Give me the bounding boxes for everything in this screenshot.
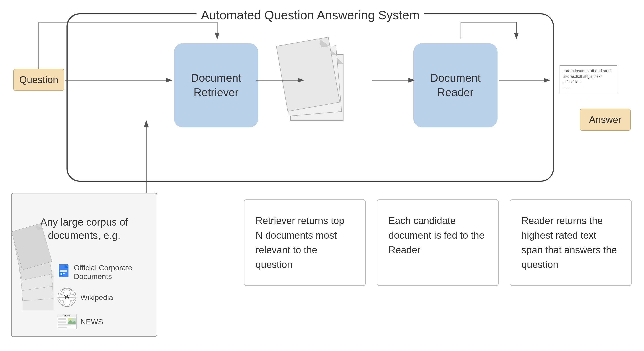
corpus-box: Any large corpus of documents, e.g. Offi [11,193,157,337]
doc-page-1 [276,37,340,112]
corpus-item-docs: Official CorporateDocuments [57,264,152,281]
retriever-description-text: Retriever returns top N documents most r… [256,215,344,270]
svg-rect-30 [58,326,71,326]
svg-rect-8 [60,270,67,271]
svg-text:NEWS: NEWS [64,314,70,317]
question-label: Question [19,74,58,85]
documents-stack [277,36,344,134]
corpus-item-wikipedia-label: Wikipedia [80,293,113,302]
candidate-description-box: Each candidate document is fed to the Re… [377,200,498,286]
svg-rect-24 [58,319,66,320]
retriever-label: DocumentRetriever [191,71,241,100]
main-container: Automated Question Answering System Docu… [0,0,644,351]
google-docs-icon [57,264,70,280]
svg-rect-26 [58,322,66,323]
system-title: Automated Question Answering System [196,8,424,22]
answer-box: Answer [580,108,631,131]
svg-rect-23 [58,318,66,319]
svg-rect-12 [60,273,62,275]
svg-rect-25 [58,321,66,322]
mini-doc-1 [11,223,52,270]
description-boxes: Retriever returns top N documents most r… [244,200,632,286]
reader-label: DocumentReader [430,71,481,100]
answer-label: Answer [589,114,622,125]
svg-rect-29 [58,324,76,325]
reader-description-box: Reader returns the highest rated text sp… [510,200,632,286]
corpus-item-wikipedia: W Wikipedia [57,288,152,307]
document-retriever-box: DocumentRetriever [174,43,258,128]
question-box: Question [13,69,64,91]
lorem-text-box: Lorem ipsum stuff and stuff lskdfas:lkdf… [560,65,617,93]
lorem-text: Lorem ipsum stuff and stuff lskdfas:lkdf… [562,69,610,84]
retriever-description-box: Retriever returns top N documents most r… [244,200,366,286]
svg-rect-31 [58,327,67,328]
candidate-description-text: Each candidate document is fed to the Re… [388,215,484,255]
svg-point-28 [69,318,71,320]
mini-docs-stack [16,204,56,326]
news-icon: NEWS [57,314,77,330]
corpus-item-docs-label: Official CorporateDocuments [74,264,132,281]
corpus-item-news-label: NEWS [80,318,103,326]
corpus-items: Official CorporateDocuments W [57,264,152,330]
svg-rect-9 [60,272,67,272]
reader-description-text: Reader returns the highest rated text sp… [522,215,617,270]
svg-text:W: W [64,293,70,300]
document-reader-box: DocumentReader [413,43,498,128]
wikipedia-icon: W [57,288,77,307]
system-box: Automated Question Answering System Docu… [66,13,554,182]
corpus-item-news: NEWS NEWS [57,314,152,330]
